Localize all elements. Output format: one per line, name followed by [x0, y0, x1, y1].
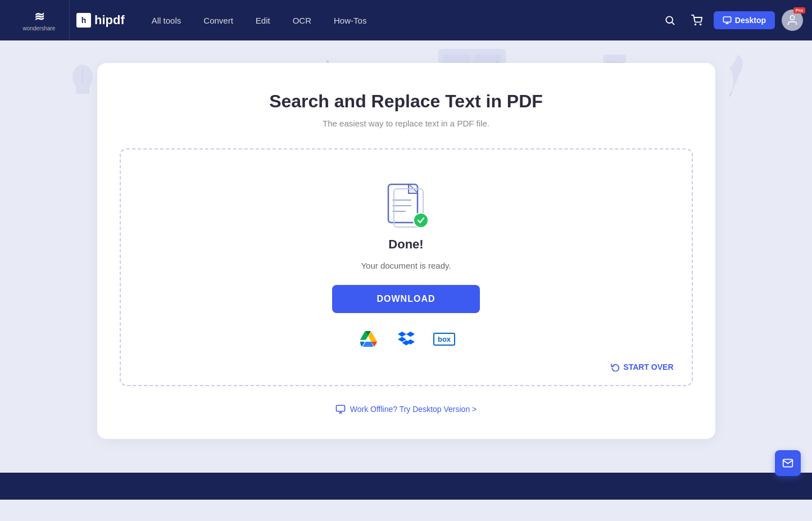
search-icon — [664, 15, 675, 26]
navbar: ≋ wondershare h hipdf All tools Convert … — [0, 0, 812, 40]
result-zone: Done! Your document is ready. DOWNLOAD — [120, 148, 693, 386]
nav-convert[interactable]: Convert — [194, 11, 242, 30]
doc-success-icon — [386, 183, 427, 228]
svg-point-7 — [790, 16, 794, 20]
box-button[interactable]: box — [432, 327, 457, 351]
hipdf-square-icon: h — [76, 13, 91, 28]
start-over-wrap: START OVER — [611, 363, 673, 372]
nav-edit[interactable]: Edit — [247, 11, 279, 30]
dropbox-button[interactable] — [394, 327, 419, 351]
pro-badge: Pro — [793, 7, 805, 13]
nav-ocr[interactable]: OCR — [284, 11, 320, 30]
refresh-icon — [611, 363, 620, 372]
nav-links: All tools Convert Edit OCR How-Tos — [143, 11, 660, 30]
mail-float-button[interactable] — [775, 450, 801, 476]
wondershare-label: wondershare — [23, 25, 56, 31]
done-subtitle: Your document is ready. — [361, 261, 451, 270]
nav-how-tos[interactable]: How-Tos — [325, 11, 375, 30]
search-button[interactable] — [660, 10, 680, 30]
user-avatar[interactable]: Pro — [782, 10, 803, 31]
desktop-cta-label: Work Offline? Try Desktop Version > — [350, 405, 477, 414]
nav-actions: Desktop Pro — [660, 10, 803, 31]
main-content: Search and Replace Text in PDF The easie… — [0, 40, 812, 473]
cart-icon — [691, 15, 702, 26]
desktop-cta: Work Offline? Try Desktop Version > — [120, 404, 693, 416]
desktop-btn-label: Desktop — [735, 16, 766, 25]
hipdf-label: hipdf — [94, 13, 125, 28]
start-over-button[interactable]: START OVER — [611, 363, 673, 372]
box-text-icon: box — [433, 333, 455, 346]
user-icon — [786, 14, 799, 26]
download-button[interactable]: DOWNLOAD — [332, 285, 480, 313]
hipdf-logo[interactable]: h hipdf — [76, 13, 125, 28]
hero-background: Search and Replace Text in PDF The easie… — [0, 40, 812, 473]
google-drive-button[interactable] — [356, 327, 380, 351]
svg-point-3 — [700, 24, 701, 25]
page-title: Search and Replace Text in PDF — [120, 91, 693, 112]
desktop-cta-link[interactable]: Work Offline? Try Desktop Version > — [335, 404, 477, 414]
footer — [0, 473, 812, 500]
svg-rect-4 — [723, 17, 731, 22]
main-card: Search and Replace Text in PDF The easie… — [97, 63, 715, 439]
desktop-icon — [723, 16, 732, 25]
wondershare-brand: ≋ wondershare — [9, 0, 70, 40]
wondershare-icon: ≋ — [34, 10, 44, 24]
start-over-label: START OVER — [623, 363, 673, 372]
check-circle-icon — [413, 212, 429, 228]
done-title: Done! — [388, 237, 423, 252]
dropbox-icon — [398, 331, 415, 347]
mail-icon — [782, 457, 793, 469]
desktop-cta-icon — [335, 404, 346, 414]
cart-button[interactable] — [687, 10, 707, 30]
desktop-button[interactable]: Desktop — [714, 11, 775, 29]
svg-rect-35 — [336, 405, 344, 411]
nav-all-tools[interactable]: All tools — [143, 11, 190, 30]
google-drive-icon — [359, 331, 377, 347]
cloud-save-options: box — [356, 327, 457, 351]
svg-line-1 — [672, 22, 674, 25]
page-subtitle: The easiest way to replace text in a PDF… — [120, 119, 693, 128]
svg-point-2 — [695, 24, 696, 25]
